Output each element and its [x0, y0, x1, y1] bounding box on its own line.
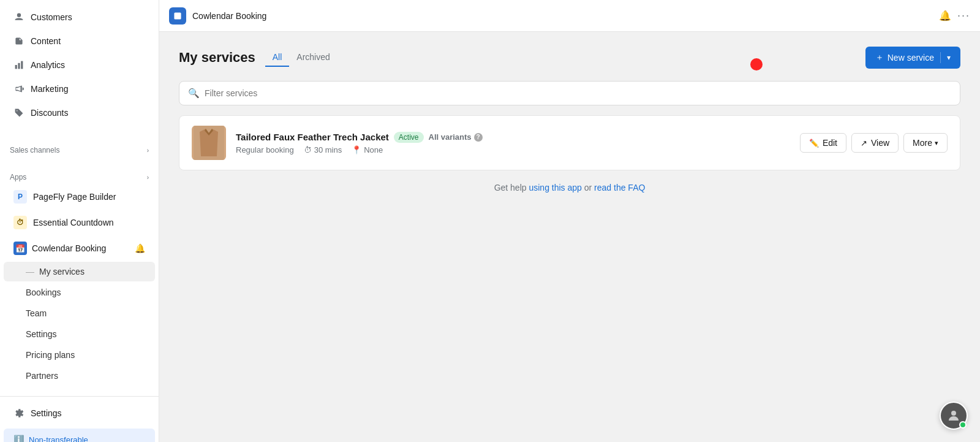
svg-rect-2: [21, 61, 23, 69]
app-title: Cowlendar Booking: [192, 11, 266, 21]
document-icon: [13, 36, 24, 47]
status-badge: Active: [394, 132, 424, 143]
sidebar: Customers Content Analytics Marketing Di…: [0, 0, 159, 442]
apps-section[interactable]: Apps ›: [0, 167, 159, 184]
page-title: My services: [179, 50, 255, 66]
pagefly-icon: P: [13, 190, 27, 204]
info-icon: ℹ️: [13, 435, 24, 442]
tab-all[interactable]: All: [265, 48, 290, 67]
sidebar-sub-team[interactable]: Team: [4, 303, 155, 323]
bookings-label: Bookings: [26, 288, 61, 297]
svg-rect-1: [18, 63, 20, 69]
using-this-app-link[interactable]: using this app: [529, 183, 581, 192]
all-variants-text: All variants ?: [429, 132, 483, 142]
person-icon: [13, 12, 24, 23]
tab-archived[interactable]: Archived: [289, 48, 337, 67]
sidebar-item-settings[interactable]: Settings: [4, 402, 155, 425]
svg-rect-3: [174, 12, 181, 19]
sidebar-item-marketing[interactable]: Marketing: [4, 77, 155, 101]
sidebar-item-essential[interactable]: ⏱ Essential Countdown: [4, 210, 155, 235]
service-info: Tailored Faux Feather Trech Jacket Activ…: [236, 132, 790, 154]
sidebar-divider-3: [0, 396, 159, 397]
non-transferable-banner[interactable]: ℹ️ Non-transferable: [4, 429, 155, 442]
page-header: My services All Archived ＋ New service ▾: [179, 47, 960, 69]
cowlendar-icon: 📅: [13, 242, 27, 255]
new-service-button[interactable]: ＋ New service ▾: [865, 47, 960, 69]
search-bar: 🔍: [179, 81, 960, 105]
view-button[interactable]: ↗ View: [851, 133, 899, 153]
service-actions: ✏️ Edit ↗ View More ▾: [800, 133, 948, 153]
pricing-label: Pricing plans: [26, 350, 75, 360]
chevron-right-icon-apps: ›: [147, 174, 149, 181]
my-services-label: My services: [39, 267, 85, 276]
online-indicator: [959, 421, 967, 429]
sidebar-item-pagefly[interactable]: P PageFly Page Builder: [4, 185, 155, 209]
cowlendar-label: Cowlendar Booking: [32, 243, 130, 253]
top-bar: Cowlendar Booking 🔔 ···: [159, 0, 980, 32]
edit-button[interactable]: ✏️ Edit: [800, 133, 846, 153]
sales-channels-section[interactable]: Sales channels ›: [0, 140, 159, 157]
external-link-icon: ↗: [861, 139, 867, 148]
sidebar-sub-bookings[interactable]: Bookings: [4, 283, 155, 302]
service-name-text: Tailored Faux Feather Trech Jacket: [236, 132, 389, 142]
bar-chart-icon: [13, 59, 24, 70]
top-bar-right: 🔔 ···: [939, 9, 970, 22]
non-transferable-label: Non-transferable: [29, 435, 88, 443]
duration: ⏱ 30 mins: [304, 145, 342, 154]
sidebar-item-analytics[interactable]: Analytics: [4, 53, 155, 77]
tag-icon: [13, 107, 24, 118]
sidebar-sub-partners[interactable]: Partners: [4, 366, 155, 386]
essential-label: Essential Countdown: [33, 218, 114, 227]
analytics-label: Analytics: [31, 60, 65, 70]
svg-rect-0: [15, 65, 17, 69]
team-label: Team: [26, 308, 47, 318]
sidebar-item-discounts[interactable]: Discounts: [4, 101, 155, 124]
essential-icon: ⏱: [13, 216, 27, 229]
main-content: Cowlendar Booking 🔔 ··· My services All …: [159, 0, 980, 442]
service-name-row: Tailored Faux Feather Trech Jacket Activ…: [236, 132, 790, 143]
pin-icon: 📍: [352, 145, 361, 154]
service-image: [192, 126, 226, 160]
search-icon: 🔍: [188, 88, 200, 99]
top-bar-left: Cowlendar Booking: [169, 7, 266, 25]
svg-point-5: [951, 411, 956, 416]
chevron-down-icon: ▾: [947, 53, 951, 62]
app-logo: [169, 7, 186, 25]
service-meta: Regular booking ⏱ 30 mins 📍 None: [236, 145, 790, 154]
sidebar-item-content[interactable]: Content: [4, 29, 155, 53]
content-label: Content: [31, 36, 61, 46]
booking-type: Regular booking: [236, 145, 294, 154]
sidebar-bottom: Settings ℹ️ Non-transferable: [0, 386, 159, 442]
clock-icon: ⏱: [304, 145, 312, 154]
location: 📍 None: [352, 145, 383, 154]
help-text: Get help using this app or read the FAQ: [179, 183, 960, 192]
customers-label: Customers: [31, 12, 72, 22]
sidebar-sub-settings[interactable]: Settings: [4, 324, 155, 344]
btn-divider: [940, 52, 941, 63]
sidebar-sub-my-services[interactable]: — My services: [4, 262, 155, 281]
new-service-label: New service: [888, 53, 934, 63]
edit-icon: ✏️: [809, 139, 819, 148]
sidebar-item-cowlendar[interactable]: 📅 Cowlendar Booking 🔔: [4, 236, 155, 261]
sidebar-item-customers[interactable]: Customers: [4, 6, 155, 29]
page-header-left: My services All Archived: [179, 48, 337, 67]
search-input[interactable]: [205, 88, 951, 98]
chevron-down-icon-more: ▾: [935, 139, 938, 147]
content-area: My services All Archived ＋ New service ▾: [159, 32, 980, 442]
read-faq-link[interactable]: read the FAQ: [594, 183, 645, 192]
plus-icon: ＋: [875, 52, 884, 63]
chevron-right-icon: ›: [147, 147, 149, 154]
pagefly-label: PageFly Page Builder: [33, 192, 116, 202]
help-circle-icon[interactable]: ?: [474, 133, 483, 142]
more-button[interactable]: More ▾: [903, 133, 948, 153]
bell-icon[interactable]: 🔔: [939, 10, 951, 21]
settings-sublabel: Settings: [26, 329, 57, 339]
sidebar-sub-pricing[interactable]: Pricing plans: [4, 345, 155, 365]
megaphone-icon: [13, 83, 24, 94]
avatar-button[interactable]: [940, 402, 968, 430]
settings-label: Settings: [31, 408, 62, 418]
dots-icon[interactable]: ···: [957, 9, 970, 22]
discounts-label: Discounts: [31, 108, 68, 118]
gear-icon: [13, 408, 24, 419]
partners-label: Partners: [26, 371, 58, 381]
